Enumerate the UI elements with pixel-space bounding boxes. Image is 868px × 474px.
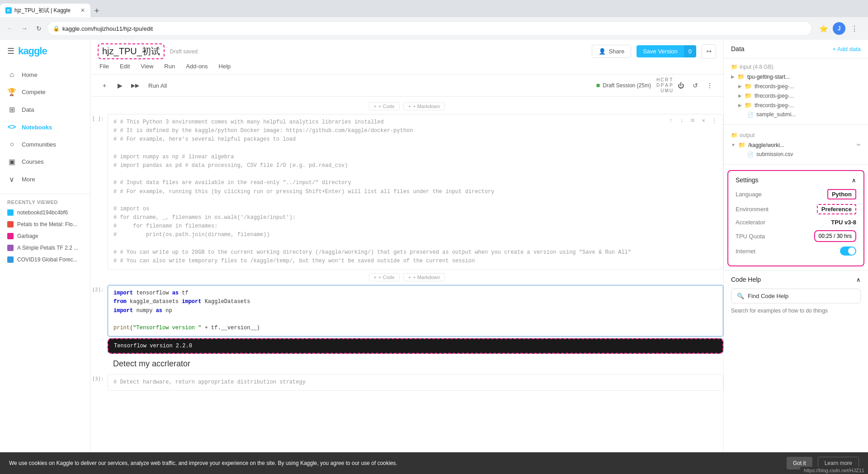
menu-help[interactable]: Help bbox=[217, 62, 233, 71]
sidebar-item-data[interactable]: ⊞ Data bbox=[0, 101, 90, 118]
find-code-help-button[interactable]: 🔍 Find Code Help bbox=[731, 289, 861, 303]
rv-item-1[interactable]: Petals to the Metal: Flo... bbox=[0, 218, 90, 230]
add-data-button[interactable]: + Add data bbox=[832, 46, 861, 52]
address-bar[interactable]: 🔒 kaggle.com/hujizhou11/hjz-tpu/edit bbox=[47, 21, 812, 36]
menu-edit[interactable]: Edit bbox=[118, 62, 132, 71]
refresh-button[interactable]: ↻ bbox=[33, 22, 45, 35]
save-version-main-label: Save Version bbox=[637, 45, 684, 57]
sidebar-nav: ⌂ Home 🏆 Compete ⊞ Data <> Notebooks ○ C… bbox=[0, 62, 90, 192]
browser-tab[interactable]: K hjz_TPU_初试 | Kaggle ✕ bbox=[0, 4, 90, 17]
cell-more-button[interactable]: ⋮ bbox=[709, 116, 719, 126]
rv-item-2[interactable]: Garbage bbox=[0, 230, 90, 242]
internet-toggle[interactable]: ✓ bbox=[840, 246, 856, 256]
folder-label: tpu-getting-start... bbox=[747, 74, 790, 80]
sidebar-item-communities[interactable]: ○ Communities bbox=[0, 136, 90, 153]
run-cell-button[interactable]: ▶ bbox=[113, 79, 127, 92]
sidebar-item-courses[interactable]: ▣ Courses bbox=[0, 153, 90, 171]
share-icon: 👤 bbox=[599, 48, 606, 55]
cell-3-content[interactable]: # Detect hardware, return appropriate di… bbox=[108, 374, 723, 391]
toggle-control[interactable]: ✓ bbox=[840, 246, 856, 256]
session-labels: HD CPU RAM TPU bbox=[656, 77, 673, 94]
cell-1-content[interactable]: ↑ ↓ ⊡ ✕ ⋮ # # This Python 3 environment … bbox=[108, 114, 723, 270]
rv-item-0[interactable]: notebookd194bc4bf6 bbox=[0, 207, 90, 218]
expand-panel-button[interactable]: ↦ bbox=[702, 44, 716, 59]
settings-language-row: Language Python bbox=[736, 189, 856, 199]
cell-2-content[interactable]: import tensorflow as tf from kaggle_data… bbox=[108, 285, 723, 354]
panel-divider-2 bbox=[724, 164, 868, 165]
notebook-header: hjz_TPU_初试 Draft saved 👤 Share Save Vers… bbox=[90, 40, 723, 75]
sidebar-item-home[interactable]: ⌂ Home bbox=[0, 66, 90, 83]
environment-label: Environment bbox=[736, 206, 769, 213]
settings-collapse-icon[interactable]: ∧ bbox=[852, 177, 856, 184]
power-button[interactable]: ⏻ bbox=[675, 79, 687, 92]
add-code-button-top[interactable]: + + Code bbox=[369, 102, 400, 110]
rv-icon-4 bbox=[7, 256, 14, 263]
add-markdown-button-top[interactable]: + + Markdown bbox=[403, 102, 445, 110]
extensions-button[interactable]: ⭐ bbox=[817, 22, 830, 35]
menu-button[interactable]: ⋮ bbox=[848, 22, 861, 35]
back-button[interactable]: ← bbox=[4, 22, 16, 35]
input-title: 📁 input (4.8 GB) bbox=[724, 62, 868, 72]
rv-item-3[interactable]: A Simple Petals TF 2.2 ... bbox=[0, 242, 90, 254]
menu-run[interactable]: Run bbox=[162, 62, 177, 71]
accelerator-value: TPU v3-8 bbox=[831, 219, 856, 226]
tpu-quota-label: TPU Quota bbox=[736, 233, 765, 240]
notebook-body: + + Code + + Markdown [ ]: ↑ ↓ ⊡ bbox=[90, 97, 723, 474]
sidebar-item-more[interactable]: ∨ More bbox=[0, 171, 90, 188]
cell-copy-button[interactable]: ⊡ bbox=[688, 116, 698, 126]
cell-3: [3]: # Detect hardware, return appropria… bbox=[90, 374, 723, 391]
add-markdown-button-mid1[interactable]: + + Markdown bbox=[403, 273, 445, 281]
settings-header: Settings ∧ bbox=[736, 176, 856, 184]
cell-delete-button[interactable]: ✕ bbox=[698, 116, 708, 126]
more-icon: ∨ bbox=[7, 175, 16, 184]
cell-1: [ ]: ↑ ↓ ⊡ ✕ ⋮ # # This Python 3 environ… bbox=[90, 114, 723, 270]
output-title: 📁 output bbox=[724, 130, 868, 140]
add-cell-toolbar-button[interactable]: + bbox=[98, 79, 111, 92]
menu-addons[interactable]: Add-ons bbox=[184, 62, 209, 71]
sample-submission[interactable]: 📄 sample_submi... bbox=[724, 110, 868, 119]
refresh-kernel-button[interactable]: ↺ bbox=[689, 79, 702, 92]
cell-3-code[interactable]: # Detect hardware, return appropriate di… bbox=[108, 374, 723, 391]
sidebar-item-compete[interactable]: 🏆 Compete bbox=[0, 83, 90, 101]
cell-down-button[interactable]: ↓ bbox=[677, 116, 687, 126]
tpu-folder[interactable]: ▶ 📁 tpu-getting-start... bbox=[724, 72, 868, 81]
folder-icon-output: 📁 bbox=[731, 132, 738, 138]
cell-2-code-text: import tensorflow as tf from kaggle_data… bbox=[113, 289, 717, 332]
add-code-button-mid1[interactable]: + + Code bbox=[369, 273, 400, 281]
more-options-button[interactable]: ⋮ bbox=[703, 79, 716, 92]
cell-up-button[interactable]: ↑ bbox=[666, 116, 676, 126]
profile-button[interactable]: J bbox=[833, 22, 845, 35]
sample-file-label: sample_submi... bbox=[756, 111, 796, 118]
rv-icon-0 bbox=[7, 209, 14, 216]
tfrecords-1[interactable]: ▶ 📁 tfrecords-jpeg-... bbox=[724, 81, 868, 91]
tfrecords-2[interactable]: ▶ 📁 tfrecords-jpeg-... bbox=[724, 91, 868, 100]
hamburger-menu[interactable]: ☰ bbox=[7, 46, 14, 56]
file-label-1: tfrecords-jpeg-... bbox=[755, 83, 794, 90]
submission-csv[interactable]: 📄 submission.csv bbox=[724, 150, 868, 159]
data-tab[interactable]: Data bbox=[731, 45, 745, 52]
sidebar-item-notebooks[interactable]: <> Notebooks bbox=[0, 118, 90, 136]
save-version-button[interactable]: Save Version 0 bbox=[637, 45, 696, 57]
cell-1-code[interactable]: ↑ ↓ ⊡ ✕ ⋮ # # This Python 3 environment … bbox=[108, 114, 723, 270]
new-tab-button[interactable]: + bbox=[90, 5, 103, 17]
tab-close-btn[interactable]: ✕ bbox=[80, 7, 85, 14]
markdown-cell-content[interactable]: Detect my accrlerator bbox=[108, 356, 723, 372]
edit-icon[interactable]: ✏ bbox=[857, 142, 861, 148]
sidebar-divider bbox=[0, 194, 90, 194]
sidebar-label-home: Home bbox=[22, 71, 38, 78]
code-help-collapse-icon[interactable]: ∧ bbox=[856, 276, 861, 283]
input-label: input (4.8 GB) bbox=[740, 64, 774, 70]
run-all-cells-button[interactable]: ▶▶ bbox=[128, 79, 142, 92]
forward-button[interactable]: → bbox=[18, 22, 31, 35]
share-button[interactable]: 👤 Share bbox=[592, 45, 631, 58]
kaggle-working-folder[interactable]: ▼ 📁 /kaggle/worki... ✏ bbox=[724, 140, 868, 150]
tfrecords-3[interactable]: ▶ 📁 tfrecords-jpeg-... bbox=[724, 100, 868, 110]
menu-file[interactable]: File bbox=[98, 62, 111, 71]
run-all-button[interactable]: Run All bbox=[144, 81, 171, 91]
cell-2-code[interactable]: import tensorflow as tf from kaggle_data… bbox=[108, 285, 723, 337]
menu-view[interactable]: View bbox=[139, 62, 155, 71]
lock-icon: 🔒 bbox=[53, 25, 60, 32]
notebook-title[interactable]: hjz_TPU_初试 bbox=[98, 43, 165, 59]
rv-item-4[interactable]: COVID19 Global Forec... bbox=[0, 254, 90, 265]
cookie-text: We use cookies on Kaggle to deliver our … bbox=[9, 460, 787, 466]
